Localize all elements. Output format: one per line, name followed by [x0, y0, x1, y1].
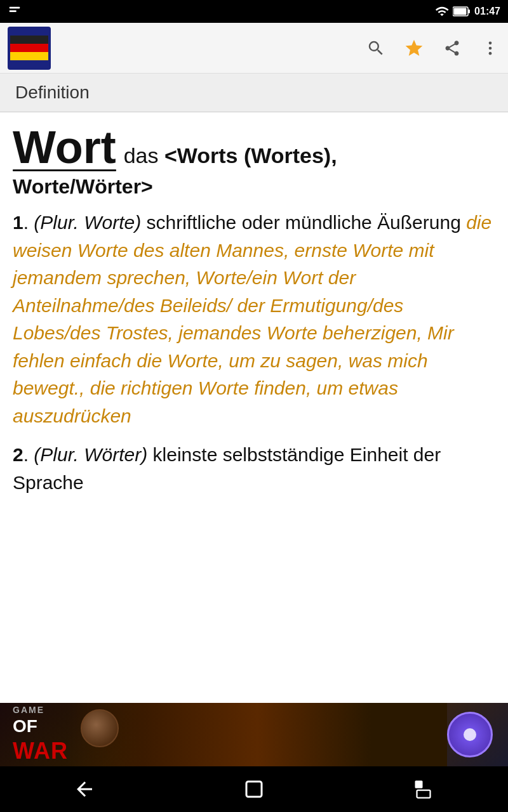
svg-point-7	[489, 51, 492, 55]
def-separator-2: .	[23, 444, 34, 465]
flag-gold-stripe	[10, 52, 48, 60]
ad-face-circle	[81, 709, 119, 747]
ad-of-label: OF	[13, 716, 68, 737]
svg-rect-9	[415, 781, 422, 789]
status-bar: 01:47	[0, 0, 508, 23]
flag-black-stripe	[10, 36, 48, 44]
ad-war-label: WAR	[13, 737, 68, 764]
time-display: 01:47	[474, 6, 500, 17]
system-icons: 01:47	[435, 4, 500, 18]
more-vertical-icon	[481, 39, 499, 57]
app-logo[interactable]	[8, 27, 51, 70]
word-genitive: <Worts (Wortes),	[164, 143, 337, 167]
recents-icon	[412, 778, 435, 801]
def-examples-1: die weisen Worte des alten Mannes, ernst…	[13, 212, 491, 426]
word-plural-forms: Worte/Wörter>	[13, 175, 495, 199]
ad-content: GAME OF WAR	[0, 703, 508, 766]
notification-icon	[8, 4, 22, 18]
definition-1: 1. (Plur. Worte) schriftliche oder mündl…	[13, 209, 495, 429]
german-flag	[10, 36, 48, 61]
svg-rect-0	[10, 7, 20, 9]
flag-red-stripe	[10, 44, 48, 52]
word-article-forms: das <Worts (Wortes),	[124, 143, 337, 168]
ad-banner[interactable]: GAME OF WAR	[0, 703, 508, 766]
definition-2: 2. (Plur. Wörter) kleinste selbstständig…	[13, 441, 495, 496]
back-button[interactable]	[59, 774, 110, 804]
content-area[interactable]: Wort das <Worts (Wortes), Worte/Wörter> …	[0, 112, 508, 703]
recents-button[interactable]	[398, 774, 449, 804]
search-button[interactable]	[366, 38, 386, 58]
word-article: das	[124, 143, 164, 167]
home-icon	[243, 778, 265, 801]
ad-text: GAME OF WAR	[0, 705, 68, 764]
ad-circle-inner	[464, 728, 476, 741]
svg-rect-3	[468, 10, 470, 13]
def-text-1: schriftliche oder mündliche Äußerung	[147, 212, 467, 233]
def-plur-2: (Plur. Wörter)	[34, 444, 152, 465]
svg-rect-8	[246, 782, 262, 797]
word-headword: Wort	[13, 122, 116, 173]
svg-rect-1	[10, 10, 17, 12]
svg-rect-10	[417, 790, 430, 798]
def-plur-1: (Plur. Worte)	[34, 212, 146, 233]
star-icon	[404, 38, 424, 58]
app-bar	[0, 23, 508, 74]
bookmark-button[interactable]	[404, 38, 424, 58]
notification-area	[8, 4, 22, 18]
more-button[interactable]	[480, 38, 500, 58]
back-icon	[73, 778, 96, 801]
definition-label: Definition	[15, 82, 90, 102]
nav-bar	[0, 766, 508, 812]
app-bar-actions	[366, 38, 500, 58]
ad-image	[68, 703, 447, 766]
share-button[interactable]	[442, 38, 462, 58]
home-button[interactable]	[229, 774, 279, 804]
def-number-1: 1	[13, 212, 23, 233]
def-number-2: 2	[13, 444, 23, 465]
svg-point-5	[489, 41, 492, 44]
def-separator-1: .	[23, 212, 34, 233]
svg-rect-4	[454, 8, 467, 15]
ad-purple-circle	[447, 712, 493, 757]
word-title-line: Wort das <Worts (Wortes),	[13, 122, 495, 173]
svg-point-6	[489, 46, 492, 49]
battery-icon	[453, 6, 471, 17]
search-icon	[366, 39, 385, 58]
ad-game-label: GAME	[13, 705, 68, 716]
wifi-icon	[435, 4, 449, 18]
share-icon	[443, 39, 461, 57]
definition-header: Definition	[0, 74, 508, 112]
